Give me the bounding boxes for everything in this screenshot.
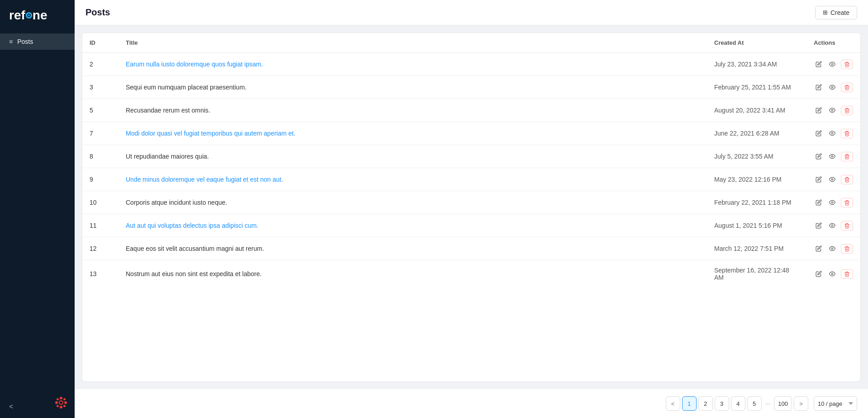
settings-icon-container bbox=[55, 396, 67, 409]
sidebar-nav: ≡ Posts bbox=[0, 30, 75, 395]
logo-text-ne: ne bbox=[33, 8, 47, 23]
cell-title[interactable]: Modi dolor quasi vel fugiat temporibus q… bbox=[119, 122, 707, 145]
view-button[interactable] bbox=[827, 269, 837, 279]
pagination-next-button[interactable]: > bbox=[794, 396, 808, 411]
actions-group bbox=[814, 151, 853, 161]
table-row: 7Modi dolor quasi vel fugiat temporibus … bbox=[82, 122, 860, 145]
view-button[interactable] bbox=[827, 151, 837, 161]
cell-created-at: February 22, 2021 1:18 PM bbox=[707, 191, 806, 214]
pagination-page-5[interactable]: 5 bbox=[747, 396, 762, 411]
svg-point-17 bbox=[831, 248, 833, 249]
view-button[interactable] bbox=[827, 197, 837, 207]
actions-group bbox=[814, 105, 853, 115]
actions-group bbox=[814, 197, 853, 207]
menu-icon: ≡ bbox=[9, 38, 13, 45]
table-row: 8Ut repudiandae maiores quia.July 5, 202… bbox=[82, 145, 860, 168]
edit-button[interactable] bbox=[814, 269, 824, 279]
title-link[interactable]: Aut aut qui voluptas delectus ipsa adipi… bbox=[126, 222, 258, 229]
edit-button[interactable] bbox=[814, 174, 824, 184]
delete-button[interactable] bbox=[841, 129, 853, 138]
cell-created-at: July 23, 2021 3:34 AM bbox=[707, 53, 806, 76]
edit-button[interactable] bbox=[814, 128, 824, 138]
svg-point-7 bbox=[63, 405, 66, 407]
edit-button[interactable] bbox=[814, 244, 824, 254]
cell-actions bbox=[806, 168, 860, 191]
delete-button[interactable] bbox=[841, 198, 853, 207]
pagination-prev-button[interactable]: < bbox=[666, 396, 680, 411]
cell-title: Sequi eum numquam placeat praesentium. bbox=[119, 76, 707, 99]
svg-point-14 bbox=[831, 178, 833, 180]
actions-group bbox=[814, 128, 853, 138]
table-row: 11Aut aut qui voluptas delectus ipsa adi… bbox=[82, 214, 860, 237]
sidebar-item-posts[interactable]: ≡ Posts bbox=[0, 33, 75, 50]
edit-button[interactable] bbox=[814, 105, 824, 115]
edit-button[interactable] bbox=[814, 59, 824, 69]
create-button[interactable]: ⊞ Create bbox=[815, 6, 857, 19]
pagination-page-4[interactable]: 4 bbox=[731, 396, 745, 411]
delete-button[interactable] bbox=[841, 221, 853, 230]
delete-button[interactable] bbox=[841, 60, 853, 69]
edit-button[interactable] bbox=[814, 151, 824, 161]
main-content: Posts ⊞ Create ID Title Created At Actio… bbox=[75, 0, 868, 418]
cell-actions bbox=[806, 214, 860, 237]
delete-button[interactable] bbox=[841, 152, 853, 161]
view-button[interactable] bbox=[827, 174, 837, 184]
pagination-page-1[interactable]: 1 bbox=[682, 396, 697, 411]
cell-title[interactable]: Earum nulla iusto doloremque quos fugiat… bbox=[119, 53, 707, 76]
cell-actions bbox=[806, 53, 860, 76]
col-actions: Actions bbox=[806, 33, 860, 53]
delete-button[interactable] bbox=[841, 269, 853, 279]
logo: ref ne bbox=[0, 0, 75, 30]
create-icon: ⊞ bbox=[823, 9, 828, 16]
page-title: Posts bbox=[85, 7, 110, 18]
cell-actions bbox=[806, 191, 860, 214]
title-link[interactable]: Modi dolor quasi vel fugiat temporibus q… bbox=[126, 130, 295, 137]
cell-title: Ut repudiandae maiores quia. bbox=[119, 145, 707, 168]
delete-button[interactable] bbox=[841, 106, 853, 115]
pagination-page-3[interactable]: 3 bbox=[715, 396, 729, 411]
cell-actions bbox=[806, 99, 860, 122]
cell-id: 12 bbox=[82, 237, 119, 260]
view-button[interactable] bbox=[827, 105, 837, 115]
pagination-last-page[interactable]: 100 bbox=[774, 396, 792, 411]
actions-group bbox=[814, 221, 853, 230]
table-row: 9Unde minus doloremque vel eaque fugiat … bbox=[82, 168, 860, 191]
view-button[interactable] bbox=[827, 221, 837, 230]
cell-id: 13 bbox=[82, 260, 119, 288]
top-bar: Posts ⊞ Create bbox=[75, 0, 868, 25]
svg-point-12 bbox=[831, 132, 833, 134]
cell-id: 9 bbox=[82, 168, 119, 191]
header-row: ID Title Created At Actions bbox=[82, 33, 860, 53]
edit-button[interactable] bbox=[814, 197, 824, 207]
pagination-page-2[interactable]: 2 bbox=[698, 396, 713, 411]
edit-button[interactable] bbox=[814, 221, 824, 230]
svg-point-2 bbox=[55, 401, 58, 404]
page-size-select[interactable]: 10 / page 20 / page 50 / page 100 / page bbox=[814, 396, 857, 411]
delete-button[interactable] bbox=[841, 175, 853, 184]
cell-actions bbox=[806, 145, 860, 168]
delete-button[interactable] bbox=[841, 244, 853, 254]
svg-point-3 bbox=[64, 401, 67, 404]
table-row: 12Eaque eos sit velit accusantium magni … bbox=[82, 237, 860, 260]
view-button[interactable] bbox=[827, 59, 837, 69]
actions-group bbox=[814, 59, 853, 69]
view-button[interactable] bbox=[827, 128, 837, 138]
table-row: 10Corporis atque incidunt iusto neque.Fe… bbox=[82, 191, 860, 214]
cell-id: 5 bbox=[82, 99, 119, 122]
cell-id: 7 bbox=[82, 122, 119, 145]
cell-id: 2 bbox=[82, 53, 119, 76]
title-link[interactable]: Unde minus doloremque vel eaque fugiat e… bbox=[126, 176, 283, 183]
edit-button[interactable] bbox=[814, 82, 824, 92]
cell-title[interactable]: Aut aut qui voluptas delectus ipsa adipi… bbox=[119, 214, 707, 237]
svg-point-10 bbox=[831, 86, 833, 88]
view-button[interactable] bbox=[827, 82, 837, 92]
logo-text-r: ref bbox=[9, 8, 25, 23]
logo-icon bbox=[26, 12, 32, 19]
cell-title[interactable]: Unde minus doloremque vel eaque fugiat e… bbox=[119, 168, 707, 191]
view-button[interactable] bbox=[827, 244, 837, 254]
cell-created-at: August 20, 2022 3:41 AM bbox=[707, 99, 806, 122]
delete-button[interactable] bbox=[841, 83, 853, 92]
title-link[interactable]: Earum nulla iusto doloremque quos fugiat… bbox=[126, 61, 263, 68]
svg-point-11 bbox=[831, 109, 833, 111]
pagination-ellipsis: ··· bbox=[764, 400, 773, 407]
